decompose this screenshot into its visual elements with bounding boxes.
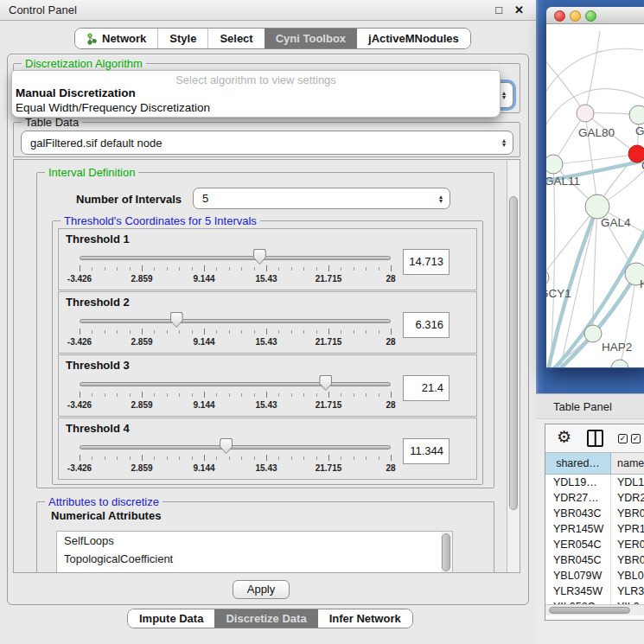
network-node[interactable] [546, 155, 563, 174]
column-header-name[interactable]: name [611, 453, 644, 474]
column-header-shared-name[interactable]: shared… [545, 453, 611, 474]
tab-select[interactable]: Select [207, 29, 264, 48]
tab-discretize-data[interactable]: Discretize Data [214, 609, 317, 628]
cell-shared-name[interactable]: YDL19… [545, 475, 611, 490]
cell-shared-name[interactable]: YDR27… [545, 490, 611, 506]
thresholds-group-title: Threshold's Coordinates for 5 Intervals [61, 214, 260, 227]
cell-shared-name[interactable]: YBR043C [545, 506, 611, 521]
threshold-value-field[interactable]: 6.316 [403, 312, 450, 338]
column-view-icon[interactable] [587, 430, 603, 447]
discretization-algorithm-group-title: Discretization Algorithm [22, 57, 146, 70]
cell-name[interactable]: YBL0 [611, 568, 644, 583]
table-row[interactable]: YER054CYER0 [545, 537, 644, 552]
network-window-titlebar [546, 7, 644, 24]
tab-infer-network[interactable]: Infer Network [318, 609, 412, 628]
network-node[interactable] [585, 194, 609, 219]
table-row[interactable]: YDL19…YDL1 [545, 475, 644, 490]
slider-handle[interactable] [170, 312, 183, 328]
settings-gear-icon[interactable]: ⚙ [557, 427, 571, 447]
attribute-item-topologicalcoefficient[interactable]: TopologicalCoefficient [57, 550, 452, 568]
attribute-item-betweennesscentrality[interactable]: BetweennessCentrality [57, 568, 452, 573]
cell-name[interactable]: YER0 [611, 537, 644, 552]
cell-name[interactable]: YPR1 [611, 521, 644, 537]
network-graph[interactable]: GAL80GACGAL11GAL4GCY1HHAP2 [546, 24, 644, 367]
attribute-item-selfloops[interactable]: SelfLoops [57, 532, 452, 550]
algorithm-option-manual-discretization[interactable]: Manual Discretization [16, 86, 136, 99]
zoom-traffic-light-icon[interactable] [585, 10, 596, 22]
slider-handle[interactable] [319, 375, 332, 391]
network-node[interactable] [546, 270, 549, 285]
slider-track[interactable] [80, 445, 391, 450]
tab-label: Cyni Toolbox [276, 32, 346, 45]
threshold-value-field[interactable]: 21.4 [403, 375, 450, 401]
close-icon[interactable]: ✕ [514, 3, 524, 16]
checkbox-checked-icon[interactable]: ✓ [631, 434, 641, 443]
vertical-scrollbar[interactable] [507, 160, 520, 572]
tab-impute-data[interactable]: Impute Data [128, 609, 214, 628]
vertical-scrollbar-thumb[interactable] [509, 196, 518, 510]
table-panel-title: Table Panel [553, 400, 612, 413]
threshold-row-threshold-3: Threshold 3-3.4262.8599.14415.4321.71528… [58, 354, 477, 417]
network-node[interactable] [629, 105, 644, 124]
table-row[interactable]: YBR045CYBR0 [545, 552, 644, 568]
close-traffic-light-icon[interactable] [554, 10, 565, 22]
threshold-row-threshold-2: Threshold 2-3.4262.8599.14415.4321.71528… [58, 291, 477, 354]
horizontal-scrollbar[interactable] [545, 604, 644, 615]
tab-style[interactable]: Style [157, 29, 207, 48]
checkbox-checked-icon[interactable]: ✓ [618, 434, 628, 443]
tab-cyni-toolbox[interactable]: Cyni Toolbox [265, 29, 357, 48]
attributes-scrollbar[interactable] [441, 532, 452, 573]
network-icon [86, 33, 97, 45]
network-edge [546, 57, 585, 113]
table-row[interactable]: YBR043CYBR0 [545, 506, 644, 521]
table-row[interactable]: YBL079WYBL0 [545, 568, 644, 583]
tab-label: Network [102, 32, 146, 45]
network-canvas[interactable]: GAL80GACGAL11GAL4GCY1HHAP2 [546, 24, 644, 367]
cell-name[interactable]: YBR0 [611, 552, 644, 568]
tab-jactivemnodules[interactable]: jActiveMNodules [357, 29, 470, 48]
threshold-value-field[interactable]: 14.713 [403, 249, 450, 275]
table-row[interactable]: YPR145WYPR1 [545, 521, 644, 537]
network-node-label: GA [635, 124, 644, 137]
table-row[interactable]: YLR345WYLR3 [545, 583, 644, 599]
cell-shared-name[interactable]: YER054C [545, 537, 611, 552]
table-data-group-title: Table Data [22, 116, 82, 129]
numerical-attributes-list[interactable]: SelfLoopsTopologicalCoefficientBetweenne… [56, 531, 453, 573]
table-row[interactable]: YDR27…YDR2 [545, 490, 644, 506]
network-node[interactable] [577, 105, 594, 122]
network-node[interactable] [584, 325, 602, 342]
tab-label: Infer Network [329, 612, 401, 625]
slider-handle[interactable] [253, 249, 266, 265]
cell-name[interactable]: YDR2 [611, 490, 644, 506]
cell-name[interactable]: YLR3 [611, 583, 644, 599]
slider-track[interactable] [80, 382, 391, 386]
cell-shared-name[interactable]: YBR045C [545, 552, 611, 568]
minimize-traffic-light-icon[interactable] [570, 10, 581, 22]
tab-network[interactable]: Network [75, 29, 157, 48]
cell-shared-name[interactable]: YBL079W [545, 568, 611, 583]
slider-tick-labels: -3.4262.8599.14415.4321.71528 [80, 400, 391, 412]
slider-track[interactable] [80, 256, 391, 260]
apply-button[interactable]: Apply [233, 580, 290, 599]
tab-label: Select [220, 32, 252, 45]
threshold-value-field[interactable]: 11.344 [403, 438, 450, 464]
algorithm-dropdown-hint: Select algorithm to view settings [12, 73, 500, 86]
network-edge [585, 31, 600, 113]
algorithm-option-equal-width-frequency-discretization[interactable]: Equal Width/Frequency Discretization [16, 101, 210, 114]
table-panel: ⚙ ✓ ✓ shared… name YDL19…YDL1YDR27…YDR2Y… [545, 424, 644, 621]
number-of-intervals-select[interactable]: 5 ▴▾ [193, 188, 450, 209]
threshold-label: Threshold 4 [66, 422, 130, 435]
attributes-scrollbar-thumb[interactable] [442, 533, 450, 571]
float-window-icon[interactable]: □ [495, 3, 502, 16]
table-data-select[interactable]: galFiltered.sif default node ▴▾ [21, 131, 513, 155]
cell-shared-name[interactable]: YLR345W [545, 583, 611, 599]
slider-tick-labels: -3.4262.8599.14415.4321.71528 [80, 274, 391, 286]
slider-handle[interactable] [220, 438, 233, 454]
cell-name[interactable]: YBR0 [611, 506, 644, 521]
table-data-group: Table Data galFiltered.sif default node … [13, 122, 520, 157]
cell-shared-name[interactable]: YPR145W [545, 521, 611, 537]
slider-track[interactable] [80, 319, 391, 323]
cell-name[interactable]: YDL1 [611, 475, 644, 490]
horizontal-scrollbar-thumb[interactable] [549, 607, 630, 614]
network-node[interactable] [611, 360, 628, 367]
